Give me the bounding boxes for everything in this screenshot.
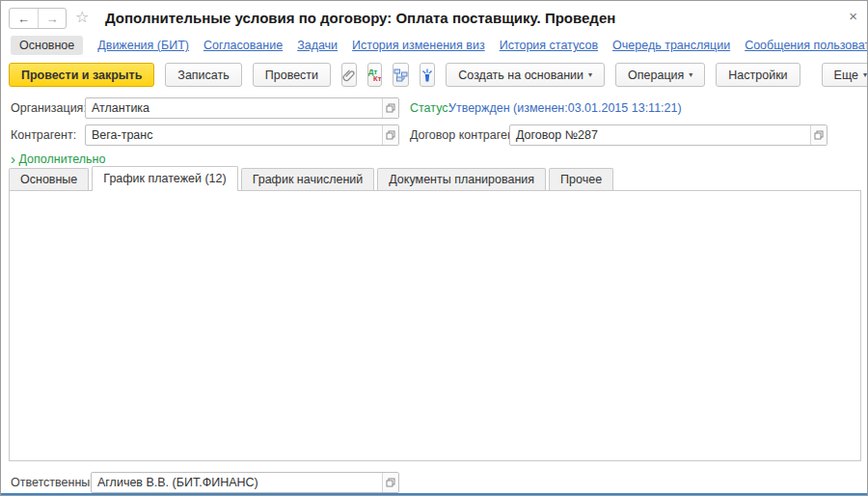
structure-icon [393, 69, 408, 82]
forward-icon: → [46, 12, 59, 26]
back-button[interactable]: ← [10, 9, 38, 28]
close-icon[interactable]: × [849, 8, 857, 24]
open-value-icon[interactable] [382, 98, 398, 118]
organization-field[interactable]: Атлантика [85, 97, 399, 119]
additional-group-toggle[interactable]: › Дополнительно [11, 151, 105, 167]
tab-main[interactable]: Основные [9, 168, 89, 191]
navigation-bar: Основное Движения (БИТ) Согласование Зад… [11, 36, 857, 55]
page-title: Дополнительные условия по договору: Опла… [105, 10, 615, 26]
window-accent-line [1, 493, 867, 495]
nav-item-broadcast-queue[interactable]: Очередь трансляции [612, 39, 730, 52]
contractor-label: Контрагент: [11, 128, 76, 142]
tab-payment-schedule[interactable]: График платежей (12) [92, 166, 237, 191]
dtkt-icon: ДтКт [368, 69, 381, 82]
nav-item-status-history[interactable]: История статусов [500, 39, 598, 52]
history-nav: ← → [9, 8, 67, 29]
favorite-star-icon[interactable]: ☆ [75, 8, 89, 26]
chevron-down-icon: ▾ [689, 70, 692, 79]
related-documents-button[interactable] [393, 63, 409, 87]
highlight-button[interactable] [420, 63, 435, 87]
attachments-button[interactable] [341, 63, 357, 87]
settings-button[interactable]: Настройки [716, 63, 800, 87]
write-button[interactable]: Записать [165, 63, 241, 87]
open-value-icon[interactable] [382, 125, 398, 145]
status-label: Статус: [410, 101, 451, 115]
tab-other[interactable]: Прочее [549, 168, 613, 191]
open-value-icon[interactable] [810, 125, 827, 145]
chevron-down-icon: ▾ [588, 70, 592, 79]
lamp-icon [420, 69, 434, 82]
status-value[interactable]: Утвержден (изменен:03.01.2015 13:11:21) [448, 101, 682, 115]
nav-item-approval[interactable]: Согласование [203, 39, 283, 52]
app-window: ← → ☆ Дополнительные условия по договору… [0, 0, 868, 496]
open-value-icon[interactable] [382, 473, 398, 492]
more-button[interactable]: Еще▾ [822, 63, 868, 87]
tab-panel [9, 190, 861, 461]
nav-item-movements[interactable]: Движения (БИТ) [97, 39, 189, 52]
postings-dtkt-button[interactable]: ДтКт [367, 63, 382, 87]
operation-button[interactable]: Операция▾ [615, 63, 705, 87]
responsible-field[interactable]: Агличев В.В. (БИТ.ФИНАНС) [91, 472, 399, 493]
nav-item-tasks[interactable]: Задачи [297, 39, 338, 52]
tab-strip: Основные График платежей (12) График нач… [9, 167, 616, 191]
contractor-field[interactable]: Вега-транс [85, 124, 399, 146]
post-and-close-button[interactable]: Провести и закрыть [9, 63, 154, 87]
nav-item-main[interactable]: Основное [11, 36, 83, 55]
nav-item-visa-history[interactable]: История изменения виз [352, 39, 485, 52]
paperclip-icon [342, 69, 356, 82]
responsible-label: Ответственный: [11, 476, 100, 489]
tab-planning-documents[interactable]: Документы планирования [377, 168, 546, 191]
nav-item-user-messages[interactable]: Сообщения пользователей [745, 39, 868, 52]
forward-button[interactable]: → [38, 9, 66, 28]
contract-field[interactable]: Договор №287 [509, 124, 827, 146]
chevron-down-icon: ▾ [863, 70, 867, 79]
organization-label: Организация: [11, 101, 87, 115]
command-bar: Провести и закрыть Записать Провести ДтК… [9, 63, 859, 87]
post-button[interactable]: Провести [253, 63, 331, 87]
tab-accrual-schedule[interactable]: График начислений [241, 168, 375, 191]
chevron-right-icon: › [11, 151, 15, 167]
back-icon: ← [17, 12, 30, 26]
create-based-on-button[interactable]: Создать на основании▾ [446, 63, 605, 87]
